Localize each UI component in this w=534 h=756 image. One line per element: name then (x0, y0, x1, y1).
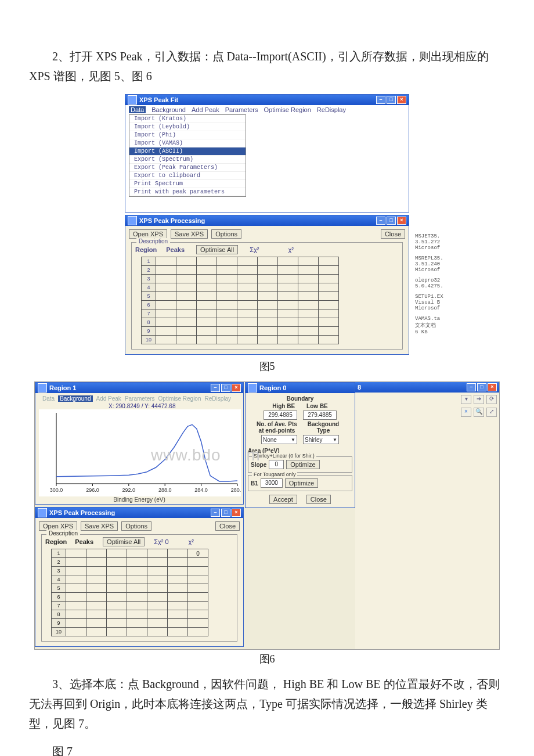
b1-input[interactable]: 3000 (261, 478, 283, 488)
minimize-icon[interactable]: – (211, 384, 220, 392)
row-3[interactable]: 3 (52, 567, 66, 575)
menu-redisplay[interactable]: ReDisplay (317, 106, 346, 113)
titlebar-proc-2[interactable]: XPS Peak Processing – □ × (35, 507, 243, 518)
high-be-input[interactable]: 299.4885 (264, 411, 297, 420)
boundary-label: Boundary (248, 395, 352, 402)
title-bg: Region 0 (259, 384, 286, 391)
close-button[interactable]: Close (306, 495, 331, 504)
row-2[interactable]: 2 (142, 266, 156, 275)
go-icon[interactable]: ➔ (474, 395, 484, 404)
slope-input[interactable]: 0 (269, 460, 284, 469)
row-3[interactable]: 3 (142, 275, 156, 283)
close-button[interactable]: Close (215, 521, 240, 531)
close-icon[interactable]: × (397, 96, 406, 104)
close-panel-icon[interactable]: × (461, 408, 471, 417)
menu-item-import-kratos[interactable]: Import (Kratos) (129, 115, 246, 123)
maximize-icon[interactable]: □ (387, 96, 396, 104)
optimise-all-button[interactable]: Optimise All (196, 245, 238, 254)
row-1[interactable]: 1 (142, 257, 156, 266)
row-5[interactable]: 5 (142, 292, 156, 301)
menu-data[interactable]: Data (129, 106, 146, 113)
low-be-input[interactable]: 279.4885 (303, 411, 337, 420)
minimize-icon[interactable]: – (376, 96, 385, 104)
close-icon[interactable]: × (232, 509, 241, 517)
row-9[interactable]: 9 (52, 619, 66, 628)
optimise-all-button[interactable]: Optimise All (103, 537, 145, 546)
menu-dropdown[interactable]: Import (Kratos) Import (Leybold) Import … (129, 114, 246, 197)
row-7[interactable]: 7 (52, 602, 66, 610)
refresh-icon[interactable]: ⟳ (486, 395, 497, 404)
app-icon (38, 383, 47, 393)
optimize-button[interactable]: Optimize (286, 460, 319, 469)
row-6[interactable]: 6 (52, 593, 66, 602)
row-10[interactable]: 10 (52, 628, 66, 636)
row-8[interactable]: 8 (142, 318, 156, 327)
titlebar-bg[interactable]: Region 0 (246, 383, 355, 393)
maximize-icon[interactable]: □ (387, 217, 396, 225)
menu-item-import-ascii[interactable]: Import (ASCII) (129, 147, 246, 156)
row-4[interactable]: 4 (142, 283, 156, 292)
menu-item-import-leybold[interactable]: Import (Leybold) (129, 123, 246, 131)
window-region-1: Region 1 – □ × Data Background (35, 382, 244, 505)
maximize-icon[interactable]: □ (221, 384, 230, 392)
menu-item-export-spectrum[interactable]: Export (Spectrum) (129, 156, 246, 164)
menu-optimise[interactable]: Optimise Region (264, 106, 311, 113)
maximize-icon[interactable]: □ (477, 383, 486, 391)
open-xps-button[interactable]: Open XPS (129, 229, 167, 239)
search-icon[interactable]: 🔍 (474, 408, 484, 417)
row-2[interactable]: 2 (52, 558, 66, 567)
menu-item-import-vamas[interactable]: Import (VAMAS) (129, 139, 246, 147)
menu-item-export-clipboard[interactable]: Export to clipboard (129, 172, 246, 180)
menu-item-import-phi[interactable]: Import (Phi) (129, 131, 246, 139)
optimize-button[interactable]: Optimize (285, 478, 318, 488)
options-button[interactable]: Options (121, 521, 151, 531)
menu-optimise[interactable]: Optimise Region (158, 395, 201, 402)
close-icon[interactable]: × (232, 384, 241, 392)
open-xps-button[interactable]: Open XPS (39, 521, 77, 531)
menu-item-print-params[interactable]: Print with peak parameters (129, 188, 246, 196)
row-7[interactable]: 7 (142, 309, 156, 318)
tougaard-legend: For Tougaard only (252, 471, 297, 477)
menu-add-peak[interactable]: Add Peak (192, 106, 219, 113)
menu-background[interactable]: Background (58, 395, 92, 402)
maximize-icon[interactable]: □ (221, 509, 230, 517)
dropdown-icon[interactable]: ▾ (461, 395, 471, 404)
figure-5: XPS Peak Fit – □ × Data Background Add P… (125, 94, 409, 357)
row-4[interactable]: 4 (52, 575, 66, 584)
menu-add-peak[interactable]: Add Peak (96, 395, 121, 402)
close-icon[interactable]: × (397, 217, 406, 225)
svg-text:300.0: 300.0 (50, 487, 63, 493)
svg-text:292.0: 292.0 (122, 487, 136, 493)
row-8[interactable]: 8 (52, 610, 66, 619)
high-be-label: High BE (272, 403, 295, 409)
expand-icon[interactable]: ⤢ (486, 408, 497, 417)
close-icon[interactable]: × (488, 383, 497, 391)
menu-item-print-spectrum[interactable]: Print Spectrum (129, 180, 246, 188)
row-5[interactable]: 5 (52, 584, 66, 593)
minimize-icon[interactable]: – (376, 217, 385, 225)
titlebar-region[interactable]: Region 1 – □ × (35, 383, 243, 393)
row-6[interactable]: 6 (142, 301, 156, 309)
bg-type-select[interactable]: Shirley▼ (303, 435, 339, 444)
menu-redisplay[interactable]: ReDisplay (204, 395, 231, 402)
titlebar-proc[interactable]: XPS Peak Processing – □ × (125, 215, 409, 226)
menu-data[interactable]: Data (42, 395, 55, 402)
options-button[interactable]: Options (211, 229, 241, 239)
minimize-icon[interactable]: – (211, 509, 220, 517)
titlebar-fit[interactable]: XPS Peak Fit – □ × (125, 95, 409, 105)
close-button[interactable]: Close (381, 229, 405, 239)
description-group-2: Description Region Peaks Optimise All Σχ… (41, 534, 237, 642)
save-xps-button[interactable]: Save XPS (171, 229, 208, 239)
row-1[interactable]: 1 (52, 549, 66, 558)
minimize-icon[interactable]: – (467, 383, 476, 391)
accept-button[interactable]: Accept (269, 495, 297, 504)
menu-parameters[interactable]: Parameters (225, 106, 258, 113)
menu-item-export-params[interactable]: Export (Peak Parameters) (129, 164, 246, 172)
row-9[interactable]: 9 (142, 327, 156, 336)
avg-pts-select[interactable]: None▼ (261, 435, 297, 444)
window-xps-peak-processing-2: XPS Peak Processing – □ × Open XPS Save … (35, 507, 244, 647)
menu-background[interactable]: Background (151, 106, 186, 113)
menu-parameters[interactable]: Parameters (125, 395, 155, 402)
save-xps-button[interactable]: Save XPS (81, 521, 118, 531)
row-10[interactable]: 10 (142, 336, 156, 344)
